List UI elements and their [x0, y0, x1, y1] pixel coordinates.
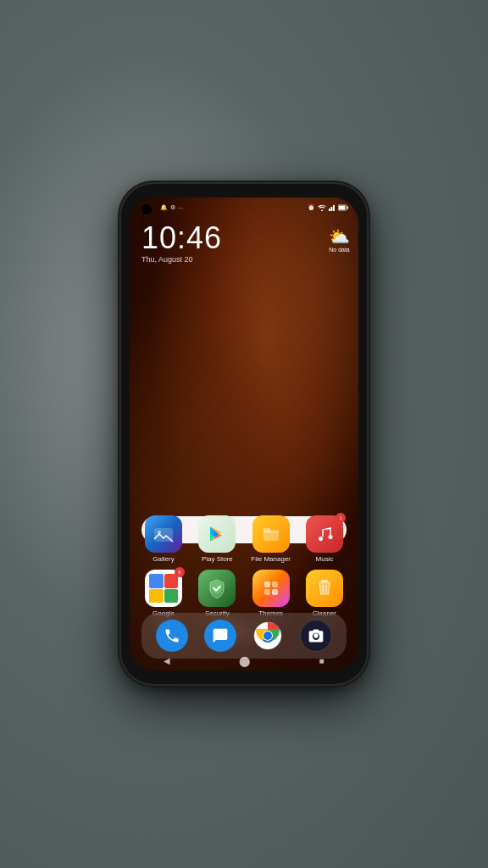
app-themes[interactable]: Themes [249, 570, 293, 617]
app-google[interactable]: 9 Google [141, 570, 186, 617]
alarm-icon: ⏰ [308, 204, 315, 211]
wifi-icon [318, 204, 326, 212]
file-manager-icon [252, 515, 290, 553]
nav-bar: ◀ ⬤ ■ [130, 654, 358, 670]
app-cleaner[interactable]: Cleaner [302, 570, 347, 617]
phone-screen: 🔔 ⚙ ··· ⏰ [130, 198, 358, 670]
dock-camera[interactable] [300, 620, 332, 652]
nav-back-button[interactable]: ◀ [164, 656, 170, 665]
status-dots: ··· [178, 205, 183, 211]
google-badge: 9 [175, 567, 185, 577]
phone-device: 🔔 ⚙ ··· ⏰ [121, 184, 367, 684]
svg-rect-13 [264, 581, 270, 587]
dock-chrome[interactable] [252, 620, 284, 652]
status-bar: 🔔 ⚙ ··· ⏰ [130, 198, 358, 218]
play-store-label: Play Store [202, 555, 233, 563]
nav-recent-button[interactable]: ■ [319, 656, 324, 665]
svg-rect-4 [347, 206, 349, 209]
svg-rect-2 [333, 205, 335, 211]
clock-date: Thu, August 20 [141, 255, 222, 264]
clock-time: 10:46 [141, 223, 222, 253]
gallery-icon [145, 515, 182, 553]
app-grid: Gallery [141, 515, 347, 624]
signal-icon [329, 204, 336, 212]
dock [141, 613, 347, 659]
security-icon [198, 570, 236, 607]
svg-rect-15 [264, 589, 270, 595]
google-icon: 9 [145, 570, 182, 607]
app-row-1: Gallery [141, 515, 347, 563]
cleaner-icon [306, 570, 343, 607]
dock-messages[interactable] [204, 620, 236, 652]
app-security[interactable]: Security [195, 570, 239, 617]
weather-icon: ⛅ [329, 226, 350, 247]
app-row-2: 9 Google [141, 570, 347, 617]
svg-rect-1 [331, 207, 333, 211]
battery-icon [338, 204, 348, 212]
app-music[interactable]: 1 Music [302, 515, 347, 563]
svg-rect-5 [339, 205, 346, 209]
status-notification-icon: 🔔 [160, 204, 168, 211]
gallery-label: Gallery [152, 555, 174, 563]
app-play-store[interactable]: Play Store [195, 515, 239, 563]
weather-label: No data [329, 247, 350, 253]
svg-point-23 [263, 632, 272, 640]
clock-widget: 10:46 Thu, August 20 [141, 223, 222, 264]
camera-hole [141, 204, 152, 214]
music-label: Music [316, 555, 334, 563]
status-bar-right: ⏰ [308, 204, 348, 212]
nav-home-button[interactable]: ⬤ [239, 655, 250, 667]
svg-rect-14 [272, 581, 278, 587]
music-badge: 1 [336, 513, 346, 523]
play-store-icon [198, 515, 236, 553]
svg-rect-12 [263, 528, 270, 531]
app-gallery[interactable]: Gallery [141, 515, 186, 563]
svg-rect-0 [329, 209, 330, 211]
music-icon: 1 [306, 515, 343, 553]
svg-rect-16 [272, 589, 278, 595]
weather-widget: ⛅ No data [329, 226, 350, 253]
status-sync-icon: ⚙ [170, 204, 175, 211]
themes-icon [252, 570, 290, 607]
status-bar-left: 🔔 ⚙ ··· [160, 204, 183, 211]
app-file-manager[interactable]: File Manager [249, 515, 293, 563]
file-manager-label: File Manager [251, 555, 291, 563]
dock-phone[interactable] [156, 620, 188, 652]
